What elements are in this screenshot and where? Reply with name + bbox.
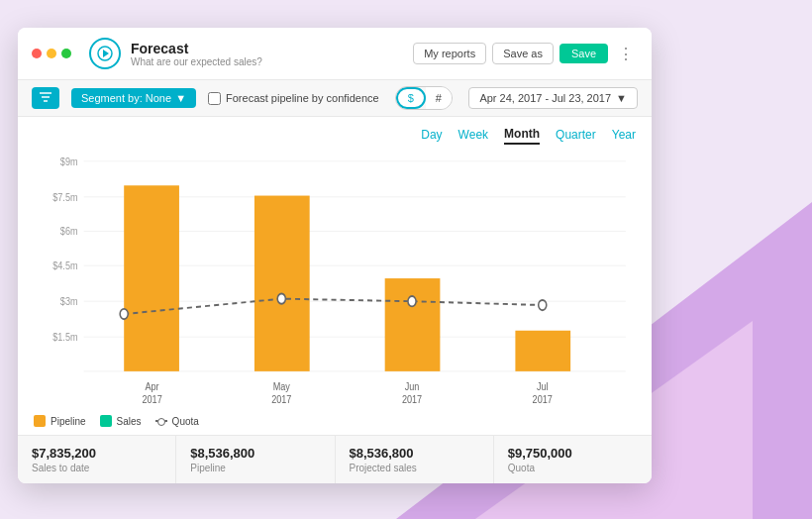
stats-bar: $7,835,200 Sales to date $8,536,800 Pipe… [18,435,652,483]
app-title: Forecast [131,41,262,56]
stat-value-1: $8,536,800 [190,446,320,461]
titlebar-right: My reports Save as Save ⋮ [413,43,638,64]
svg-text:Jun: Jun [405,380,420,392]
hash-toggle[interactable]: # [426,87,452,109]
maximize-btn[interactable] [61,49,71,58]
svg-marker-1 [103,50,109,57]
svg-text:2017: 2017 [533,393,553,403]
tab-month[interactable]: Month [504,125,540,145]
svg-text:$6m: $6m [60,225,78,237]
stat-pipeline: $8,536,800 Pipeline [176,436,335,483]
stat-label-2: Projected sales [350,463,479,473]
titlebar-left: Forecast What are our expected sales? [32,38,262,69]
window-controls [32,49,71,58]
tab-day[interactable]: Day [421,125,442,145]
bar-may[interactable] [254,196,310,371]
svg-text:Apr: Apr [145,380,159,392]
bar-apr[interactable] [124,185,179,371]
date-range-arrow: ▼ [616,92,627,104]
currency-toggle-group: $ # [395,86,453,110]
stat-value-0: $7,835,200 [32,446,161,461]
titlebar: Forecast What are our expected sales? My… [18,28,652,80]
stat-label-1: Pipeline [190,463,320,473]
app-icon [89,38,121,69]
filter-icon-button[interactable] [32,87,59,109]
period-tabs: Day Week Month Quarter Year [18,117,652,149]
quota-dot-3 [408,296,416,306]
main-window: Forecast What are our expected sales? My… [18,28,652,483]
save-as-button[interactable]: Save as [492,43,554,64]
stat-projected-sales: $8,536,800 Projected sales [336,436,494,483]
tab-year[interactable]: Year [612,125,636,145]
date-range-text: Apr 24, 2017 - Jul 23, 2017 [479,92,611,104]
svg-text:$7.5m: $7.5m [52,191,77,203]
quota-dot-2 [277,293,285,303]
stat-label-3: Quota [508,463,638,473]
svg-text:2017: 2017 [271,393,291,403]
svg-text:$3m: $3m [60,295,78,307]
tab-week[interactable]: Week [458,125,488,145]
sales-color [100,415,112,427]
chart-area: $9m $7.5m $6m $4.5m $3m $1.5m Apr 2017 [18,149,652,411]
legend-quota: Quota [155,415,199,427]
stat-quota: $9,750,000 Quota [494,436,652,483]
stat-value-2: $8,536,800 [350,446,479,461]
segment-button[interactable]: Segment by: None ▼ [71,88,196,108]
svg-text:2017: 2017 [402,393,422,403]
toolbar: Segment by: None ▼ Forecast pipeline by … [18,80,652,117]
svg-text:Jul: Jul [537,380,549,392]
quota-dot-4 [539,300,547,310]
legend-sales: Sales [100,415,142,427]
more-options-button[interactable]: ⋮ [614,45,638,63]
bar-jun[interactable] [385,278,441,371]
forecast-label-text: Forecast pipeline by confidence [226,92,379,104]
stat-value-3: $9,750,000 [508,446,638,461]
forecast-checkbox-label[interactable]: Forecast pipeline by confidence [208,92,379,105]
quota-label: Quota [172,416,199,427]
svg-text:$9m: $9m [60,156,78,167]
pipeline-label: Pipeline [51,416,86,427]
save-button[interactable]: Save [559,44,608,63]
svg-text:$1.5m: $1.5m [52,331,77,343]
tab-quarter[interactable]: Quarter [556,125,596,145]
stat-label-0: Sales to date [32,463,161,473]
minimize-btn[interactable] [47,49,56,58]
forecast-checkbox[interactable] [208,92,221,105]
segment-label: Segment by: None [81,92,171,104]
svg-text:May: May [273,380,291,392]
my-reports-button[interactable]: My reports [413,43,486,64]
chart-svg: $9m $7.5m $6m $4.5m $3m $1.5m Apr 2017 [34,149,636,403]
bar-jul[interactable] [515,331,570,371]
close-btn[interactable] [32,49,42,58]
chart-legend: Pipeline Sales Quota [18,411,652,435]
quota-dot-1 [120,309,128,319]
stat-sales-to-date: $7,835,200 Sales to date [18,436,176,483]
title-text: Forecast What are our expected sales? [131,41,262,67]
legend-pipeline: Pipeline [34,415,86,427]
segment-arrow: ▼ [175,92,186,104]
quota-line-icon [155,420,167,422]
sales-label: Sales [117,416,142,427]
svg-text:2017: 2017 [142,393,161,403]
svg-text:$4.5m: $4.5m [52,260,77,271]
dollar-toggle[interactable]: $ [396,87,426,109]
date-range-button[interactable]: Apr 24, 2017 - Jul 23, 2017 ▼ [468,87,638,109]
pipeline-color [34,415,46,427]
app-subtitle: What are our expected sales? [131,56,262,67]
